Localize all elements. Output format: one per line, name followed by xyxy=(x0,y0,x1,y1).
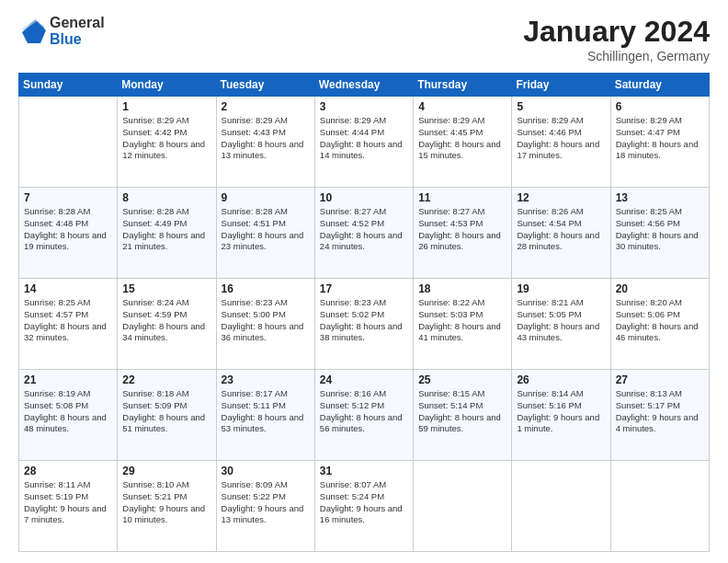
day-number: 5 xyxy=(517,100,605,113)
day-detail: Sunrise: 8:29 AM Sunset: 4:45 PM Dayligh… xyxy=(418,115,506,162)
calendar-cell: 2Sunrise: 8:29 AM Sunset: 4:43 PM Daylig… xyxy=(216,97,314,188)
week-row-1: 1Sunrise: 8:29 AM Sunset: 4:42 PM Daylig… xyxy=(19,97,710,188)
calendar-cell xyxy=(610,461,709,552)
day-detail: Sunrise: 8:14 AM Sunset: 5:16 PM Dayligh… xyxy=(517,388,605,435)
calendar-cell xyxy=(512,461,610,552)
day-number: 8 xyxy=(122,191,210,204)
calendar-cell: 9Sunrise: 8:28 AM Sunset: 4:51 PM Daylig… xyxy=(216,188,314,279)
day-detail: Sunrise: 8:28 AM Sunset: 4:51 PM Dayligh… xyxy=(222,206,310,253)
calendar-cell: 7Sunrise: 8:28 AM Sunset: 4:48 PM Daylig… xyxy=(19,188,118,279)
day-detail: Sunrise: 8:27 AM Sunset: 4:52 PM Dayligh… xyxy=(320,206,408,253)
day-number: 23 xyxy=(222,373,310,386)
day-number: 21 xyxy=(24,373,112,386)
day-number: 22 xyxy=(122,373,210,386)
day-detail: Sunrise: 8:22 AM Sunset: 5:03 PM Dayligh… xyxy=(418,297,506,344)
day-number: 27 xyxy=(616,373,704,386)
day-detail: Sunrise: 8:15 AM Sunset: 5:14 PM Dayligh… xyxy=(418,388,506,435)
day-detail: Sunrise: 8:29 AM Sunset: 4:47 PM Dayligh… xyxy=(616,115,704,162)
day-detail: Sunrise: 8:27 AM Sunset: 4:53 PM Dayligh… xyxy=(418,206,506,253)
calendar-cell: 14Sunrise: 8:25 AM Sunset: 4:57 PM Dayli… xyxy=(19,279,118,370)
day-number: 24 xyxy=(320,373,408,386)
calendar-cell: 20Sunrise: 8:20 AM Sunset: 5:06 PM Dayli… xyxy=(610,279,709,370)
day-number: 9 xyxy=(222,191,310,204)
day-detail: Sunrise: 8:13 AM Sunset: 5:17 PM Dayligh… xyxy=(616,388,704,435)
day-detail: Sunrise: 8:25 AM Sunset: 4:56 PM Dayligh… xyxy=(616,206,704,253)
day-number: 28 xyxy=(24,465,112,477)
calendar-cell: 16Sunrise: 8:23 AM Sunset: 5:00 PM Dayli… xyxy=(216,279,314,370)
calendar-cell: 12Sunrise: 8:26 AM Sunset: 4:54 PM Dayli… xyxy=(512,188,610,279)
calendar-cell xyxy=(19,97,118,188)
calendar-cell: 31Sunrise: 8:07 AM Sunset: 5:24 PM Dayli… xyxy=(314,461,413,552)
day-detail: Sunrise: 8:24 AM Sunset: 4:59 PM Dayligh… xyxy=(122,297,210,344)
day-detail: Sunrise: 8:23 AM Sunset: 5:02 PM Dayligh… xyxy=(320,297,408,344)
calendar-cell: 30Sunrise: 8:09 AM Sunset: 5:22 PM Dayli… xyxy=(216,461,314,552)
logo-general: General xyxy=(50,15,105,31)
calendar-cell xyxy=(414,461,512,552)
logo-text: General Blue xyxy=(50,15,105,47)
day-detail: Sunrise: 8:29 AM Sunset: 4:43 PM Dayligh… xyxy=(222,115,310,162)
calendar-cell: 23Sunrise: 8:17 AM Sunset: 5:11 PM Dayli… xyxy=(216,370,314,461)
day-number: 19 xyxy=(517,282,605,295)
day-number: 25 xyxy=(418,373,506,386)
col-header-saturday: Saturday xyxy=(610,74,709,97)
day-detail: Sunrise: 8:16 AM Sunset: 5:12 PM Dayligh… xyxy=(320,388,408,435)
day-number: 16 xyxy=(222,282,310,295)
day-number: 26 xyxy=(517,373,605,386)
day-number: 4 xyxy=(418,100,506,113)
day-detail: Sunrise: 8:10 AM Sunset: 5:21 PM Dayligh… xyxy=(122,479,210,526)
day-detail: Sunrise: 8:29 AM Sunset: 4:46 PM Dayligh… xyxy=(517,115,605,162)
calendar-cell: 21Sunrise: 8:19 AM Sunset: 5:08 PM Dayli… xyxy=(19,370,118,461)
calendar-cell: 11Sunrise: 8:27 AM Sunset: 4:53 PM Dayli… xyxy=(414,188,512,279)
day-detail: Sunrise: 8:29 AM Sunset: 4:42 PM Dayligh… xyxy=(122,115,210,162)
week-row-3: 14Sunrise: 8:25 AM Sunset: 4:57 PM Dayli… xyxy=(19,279,710,370)
day-detail: Sunrise: 8:21 AM Sunset: 5:05 PM Dayligh… xyxy=(517,297,605,344)
day-number: 20 xyxy=(616,282,704,295)
calendar-cell: 15Sunrise: 8:24 AM Sunset: 4:59 PM Dayli… xyxy=(118,279,216,370)
day-number: 10 xyxy=(320,191,408,204)
day-number: 7 xyxy=(24,191,112,204)
day-detail: Sunrise: 8:23 AM Sunset: 5:00 PM Dayligh… xyxy=(222,297,310,344)
logo-blue: Blue xyxy=(50,31,105,48)
calendar-cell: 4Sunrise: 8:29 AM Sunset: 4:45 PM Daylig… xyxy=(414,97,512,188)
title-block: January 2024 Schillingen, Germany xyxy=(523,15,710,63)
calendar-cell: 25Sunrise: 8:15 AM Sunset: 5:14 PM Dayli… xyxy=(414,370,512,461)
day-detail: Sunrise: 8:17 AM Sunset: 5:11 PM Dayligh… xyxy=(222,388,310,435)
col-header-tuesday: Tuesday xyxy=(216,74,314,97)
day-number: 2 xyxy=(222,100,310,113)
day-detail: Sunrise: 8:11 AM Sunset: 5:19 PM Dayligh… xyxy=(24,479,112,526)
title-location: Schillingen, Germany xyxy=(523,49,710,63)
day-detail: Sunrise: 8:19 AM Sunset: 5:08 PM Dayligh… xyxy=(24,388,112,435)
calendar-cell: 1Sunrise: 8:29 AM Sunset: 4:42 PM Daylig… xyxy=(118,97,216,188)
week-row-5: 28Sunrise: 8:11 AM Sunset: 5:19 PM Dayli… xyxy=(19,461,710,552)
calendar-cell: 5Sunrise: 8:29 AM Sunset: 4:46 PM Daylig… xyxy=(512,97,610,188)
calendar-cell: 17Sunrise: 8:23 AM Sunset: 5:02 PM Dayli… xyxy=(314,279,413,370)
week-row-4: 21Sunrise: 8:19 AM Sunset: 5:08 PM Dayli… xyxy=(19,370,710,461)
day-number: 15 xyxy=(122,282,210,295)
day-number: 6 xyxy=(616,100,704,113)
day-detail: Sunrise: 8:26 AM Sunset: 4:54 PM Dayligh… xyxy=(517,206,605,253)
calendar-cell: 27Sunrise: 8:13 AM Sunset: 5:17 PM Dayli… xyxy=(610,370,709,461)
page: General Blue January 2024 Schillingen, G… xyxy=(0,0,728,563)
day-number: 18 xyxy=(418,282,506,295)
calendar-cell: 24Sunrise: 8:16 AM Sunset: 5:12 PM Dayli… xyxy=(314,370,413,461)
day-number: 3 xyxy=(320,100,408,113)
day-detail: Sunrise: 8:20 AM Sunset: 5:06 PM Dayligh… xyxy=(616,297,704,344)
calendar-cell: 10Sunrise: 8:27 AM Sunset: 4:52 PM Dayli… xyxy=(314,188,413,279)
col-header-monday: Monday xyxy=(118,74,216,97)
calendar-cell: 13Sunrise: 8:25 AM Sunset: 4:56 PM Dayli… xyxy=(610,188,709,279)
day-detail: Sunrise: 8:28 AM Sunset: 4:48 PM Dayligh… xyxy=(24,206,112,253)
day-number: 29 xyxy=(122,465,210,477)
calendar-cell: 26Sunrise: 8:14 AM Sunset: 5:16 PM Dayli… xyxy=(512,370,610,461)
day-detail: Sunrise: 8:09 AM Sunset: 5:22 PM Dayligh… xyxy=(222,479,310,526)
calendar-cell: 19Sunrise: 8:21 AM Sunset: 5:05 PM Dayli… xyxy=(512,279,610,370)
calendar-cell: 3Sunrise: 8:29 AM Sunset: 4:44 PM Daylig… xyxy=(314,97,413,188)
week-row-2: 7Sunrise: 8:28 AM Sunset: 4:48 PM Daylig… xyxy=(19,188,710,279)
logo: General Blue xyxy=(18,15,105,47)
day-number: 14 xyxy=(24,282,112,295)
day-number: 13 xyxy=(616,191,704,204)
header-row: SundayMondayTuesdayWednesdayThursdayFrid… xyxy=(19,74,710,97)
day-detail: Sunrise: 8:18 AM Sunset: 5:09 PM Dayligh… xyxy=(122,388,210,435)
day-detail: Sunrise: 8:29 AM Sunset: 4:44 PM Dayligh… xyxy=(320,115,408,162)
title-month: January 2024 xyxy=(523,15,710,49)
calendar-cell: 6Sunrise: 8:29 AM Sunset: 4:47 PM Daylig… xyxy=(610,97,709,188)
